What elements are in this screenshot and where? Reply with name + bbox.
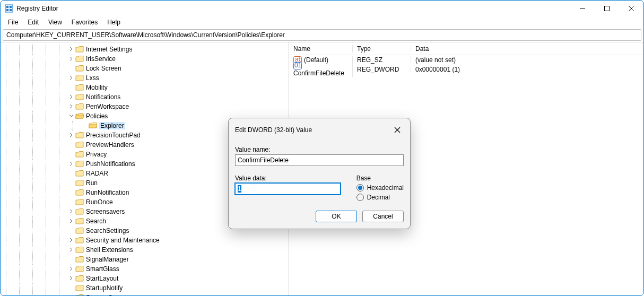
expand-icon[interactable] [68, 247, 74, 253]
folder-icon [75, 151, 84, 158]
close-button[interactable] [619, 1, 643, 16]
tree-label: Run [86, 179, 98, 187]
expand-icon[interactable] [68, 161, 74, 167]
expand-icon[interactable] [68, 94, 74, 100]
expand-icon[interactable] [68, 47, 74, 53]
menu-favorites[interactable]: Favorites [67, 18, 102, 27]
expand-icon[interactable] [68, 266, 74, 272]
folder-icon [75, 265, 84, 273]
col-type[interactable]: Type [353, 45, 411, 53]
tree-item[interactable]: Lock Screen [2, 64, 289, 73]
tree-label: RADAR [86, 170, 108, 177]
tree-label: Shell Extensions [86, 246, 133, 254]
folder-icon [75, 65, 84, 72]
address-bar[interactable]: Computer\HKEY_CURRENT_USER\Software\Micr… [3, 29, 641, 41]
value-row[interactable]: 011ConfirmFileDeleteREG_DWORD0x00000001 … [289, 65, 643, 74]
window-title: Registry Editor [16, 5, 570, 12]
expand-icon[interactable] [68, 114, 74, 119]
base-hex-option[interactable]: Hexadecimal [356, 184, 404, 191]
svg-rect-2 [10, 6, 12, 8]
tree-item[interactable]: StartLayout [2, 274, 289, 283]
expand-icon[interactable] [68, 56, 74, 62]
menu-view[interactable]: View [44, 18, 66, 27]
folder-icon [75, 46, 84, 53]
tree-label: IrisService [86, 55, 116, 63]
cancel-button[interactable]: Cancel [362, 211, 404, 222]
edit-dword-dialog: Edit DWORD (32-bit) Value Value name: Va… [228, 118, 411, 229]
tree-item[interactable]: Security and Maintenance [2, 236, 289, 245]
expand-icon[interactable] [68, 219, 74, 224]
folder-icon [75, 198, 84, 206]
tree-item[interactable]: Lxss [2, 73, 289, 83]
folder-icon [75, 179, 84, 187]
tree-label: Privacy [86, 151, 107, 158]
folder-icon [75, 103, 84, 110]
expand-icon[interactable] [68, 238, 74, 243]
tree-label: PushNotifications [86, 160, 135, 168]
menu-edit[interactable]: Edit [23, 18, 43, 27]
tree-item[interactable]: SignalManager [2, 255, 289, 264]
svg-rect-4 [10, 9, 12, 11]
value-name-label: Value name: [235, 146, 404, 153]
minimize-button[interactable] [570, 1, 595, 16]
dialog-close-button[interactable] [391, 124, 404, 136]
tree-item[interactable]: Notifications [2, 92, 289, 102]
value-data-input[interactable]: 1 [235, 183, 341, 195]
folder-icon [75, 170, 84, 177]
expand-icon[interactable] [68, 75, 74, 81]
tree-label: Explorer [99, 122, 125, 129]
folder-icon [75, 160, 84, 168]
base-dec-option[interactable]: Decimal [356, 194, 404, 201]
tree-label: Screensavers [86, 208, 125, 215]
svg-rect-6 [605, 6, 610, 11]
tree-item[interactable]: Shell Extensions [2, 245, 289, 255]
tree-label: StartupNotify [86, 284, 123, 292]
menu-file[interactable]: File [4, 18, 22, 27]
value-type: REG_SZ [353, 56, 411, 64]
folder-icon [75, 237, 84, 244]
radio-unchecked-icon [356, 194, 364, 201]
radio-checked-icon [356, 184, 364, 191]
folder-icon [75, 112, 84, 120]
tree-label: Mobility [86, 84, 108, 91]
folder-icon [75, 208, 84, 215]
folder-icon [75, 141, 84, 149]
expand-icon[interactable] [68, 295, 74, 296]
tree-label: Lxss [86, 74, 99, 82]
tree-item[interactable]: StartupNotify [2, 283, 289, 293]
expand-icon[interactable] [68, 133, 74, 138]
maximize-button[interactable] [595, 1, 619, 16]
tree-label: PreviewHandlers [86, 141, 134, 149]
tree-label: PrecisionTouchPad [86, 132, 141, 139]
expand-icon[interactable] [68, 276, 74, 282]
folder-icon [75, 189, 84, 196]
tree-item[interactable]: PenWorkspace [2, 102, 289, 111]
tree-item[interactable]: StorageSense [2, 293, 289, 295]
svg-text:011: 011 [294, 62, 302, 69]
expand-icon[interactable] [68, 104, 74, 110]
folder-icon [75, 275, 84, 282]
tree-label: SmartGlass [86, 265, 119, 273]
titlebar: Registry Editor [1, 1, 643, 16]
folder-icon [75, 246, 84, 254]
folder-icon [75, 284, 84, 292]
menu-help[interactable]: Help [103, 18, 125, 27]
tree-item[interactable]: IrisService [2, 54, 289, 64]
tree-item[interactable]: Internet Settings [2, 45, 289, 54]
ok-button[interactable]: OK [316, 211, 357, 222]
col-data[interactable]: Data [411, 45, 643, 53]
folder-icon [89, 122, 97, 129]
folder-icon [75, 256, 84, 263]
col-name[interactable]: Name [289, 45, 353, 53]
folder-icon [75, 74, 84, 82]
svg-rect-1 [6, 6, 8, 8]
base-label: Base [356, 175, 404, 182]
value-name: ConfirmFileDelete [293, 69, 344, 77]
tree-label: PenWorkspace [86, 103, 129, 110]
tree-item[interactable]: SmartGlass [2, 264, 289, 274]
value-data: 0x00000001 (1) [411, 66, 643, 73]
tree-item[interactable]: Mobility [2, 83, 289, 92]
value-name-input[interactable] [235, 154, 404, 166]
tree-label: Lock Screen [86, 65, 121, 72]
expand-icon[interactable] [68, 209, 74, 215]
